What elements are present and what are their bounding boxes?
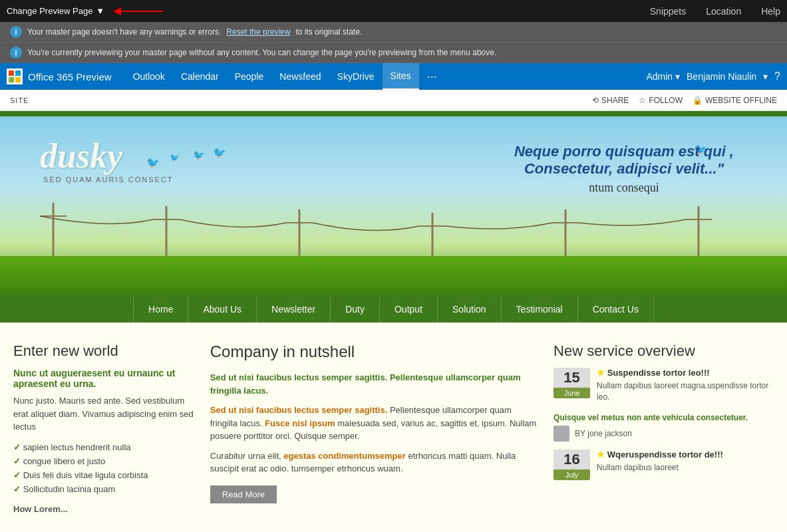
- nav-people[interactable]: People: [227, 63, 272, 90]
- news-content-1: ★ Suspendisse tortor leo!!! Nullam dapib…: [597, 368, 774, 403]
- checklist-item-2: congue libero et justo: [13, 454, 197, 468]
- para3-start: Curabitur urna elit,: [210, 451, 281, 461]
- checklist: sapien lectus hendrerit nulla congue lib…: [13, 440, 197, 496]
- o365-logo-text: Office 365 Preview: [28, 71, 112, 82]
- site-bar-right: ⟲ SHARE ☆ FOLLOW 🔒 WEBSITE OFFLINE: [592, 96, 777, 105]
- news-text-1: Nullam dapibus laoreet magna.uspendisse …: [597, 380, 774, 403]
- quote-line2: Consectetur, adipisci velit...": [514, 160, 734, 178]
- svg-rect-4: [9, 77, 14, 82]
- nav-calendar[interactable]: Calendar: [173, 63, 227, 90]
- news-title-2: ★ Wqeruspendisse tortor de!!!: [597, 450, 774, 460]
- nav-output[interactable]: Output: [380, 296, 438, 323]
- top-bar-right: Snippets Location Help: [650, 6, 780, 17]
- change-preview-button[interactable]: Change Preview Page ▼: [7, 6, 104, 16]
- news-item-1: 15 June ★ Suspendisse tortor leo!!! Null…: [553, 368, 774, 403]
- nav-skydrive[interactable]: SkyDrive: [329, 63, 383, 90]
- o365-navbar: Office 365 Preview Outlook Calendar Peop…: [0, 63, 787, 90]
- top-bar: Change Preview Page ▼ Snippets Location …: [0, 0, 787, 22]
- nav-testimonial[interactable]: Testimonial: [502, 296, 578, 323]
- left-col-title: Enter new world: [13, 342, 197, 360]
- left-col-body: Nunc justo. Mauris sed ante. Sed vestibu…: [13, 394, 197, 434]
- svg-marker-1: [113, 7, 121, 15]
- mid-col-title: Company in nutshell: [210, 342, 540, 361]
- grass: [0, 256, 787, 296]
- hero-logo: dusky SED QUAM AURIS CONSECT: [40, 136, 174, 184]
- nav-duty[interactable]: Duty: [331, 296, 380, 323]
- svg-rect-5: [15, 77, 21, 82]
- mid-col-para1: Sed ut nisi faucibus lectus semper sagit…: [210, 371, 540, 397]
- brand-name: dusky: [40, 136, 174, 176]
- quote-signature: ntum consequi: [514, 181, 734, 195]
- hero-banner: 🐦 🐦 🐦 🐦 🐦 dusky SED QUAM AURIS CONSECT N…: [0, 116, 787, 296]
- day-2: 16: [553, 450, 590, 469]
- green-accent-bar: [0, 111, 787, 116]
- month-1: June: [553, 388, 590, 398]
- nav-about-us[interactable]: About Us: [188, 296, 257, 323]
- admin-dropdown[interactable]: Admin ▾: [646, 71, 680, 82]
- help-button[interactable]: ?: [774, 70, 780, 82]
- para2-highlight: Fusce nisl ipsum: [265, 418, 335, 428]
- nav-more[interactable]: ···: [419, 63, 445, 90]
- service-text: Quisque vel metus non ante vehicula cons…: [553, 413, 774, 422]
- powerlines-svg: [0, 196, 787, 263]
- date-badge-2: 16 July: [553, 450, 590, 480]
- site-label: SITE: [10, 96, 29, 104]
- info-bar-2: i You're currently previewing your maste…: [0, 43, 787, 63]
- left-column: Enter new world Nunc ut augueraesent eu …: [13, 342, 197, 522]
- info-text-1b: to its original state.: [295, 27, 362, 37]
- mid-column: Company in nutshell Sed ut nisi faucibus…: [210, 342, 540, 522]
- author-row: BY jone jackson: [553, 426, 774, 442]
- para1-bold: Sed ut nisi faucibus lectus semper sagit…: [210, 372, 521, 396]
- nav-home[interactable]: Home: [133, 296, 188, 323]
- quote-line1: Neque porro quisquam est qui ,: [514, 143, 734, 160]
- o365-nav-right: Admin ▾ Benjamin Niaulin ▾ ?: [646, 70, 780, 82]
- mid-col-para3: Curabitur urna elit, egestas condimentum…: [210, 450, 540, 475]
- right-col-title: New service overview: [553, 342, 774, 360]
- info-icon-2: i: [10, 47, 22, 59]
- svg-rect-2: [9, 70, 14, 76]
- o365-logo: Office 365 Preview: [7, 68, 112, 84]
- nav-newsfeed[interactable]: Newsfeed: [271, 63, 329, 90]
- help-link[interactable]: Help: [761, 6, 780, 17]
- info-text-2: You're currently previewing your master …: [27, 48, 496, 57]
- user-name[interactable]: Benjamin Niaulin: [687, 71, 756, 82]
- para2-start: Sed ut nisi faucibus lectus semper sagit…: [210, 405, 388, 415]
- info-icon-1: i: [10, 26, 22, 38]
- share-button[interactable]: ⟲ SHARE: [592, 96, 629, 105]
- nav-sites[interactable]: Sites: [383, 63, 419, 90]
- o365-logo-icon: [7, 68, 23, 84]
- news-content-2: ★ Wqeruspendisse tortor de!!! Nullam dap…: [597, 450, 774, 473]
- nav-solution[interactable]: Solution: [438, 296, 502, 323]
- read-more-button[interactable]: Read More: [210, 485, 277, 503]
- office-logo-svg: [8, 70, 21, 83]
- snippets-link[interactable]: Snippets: [650, 6, 686, 17]
- author-avatar: [553, 426, 569, 442]
- brand-sub: SED QUAM AURIS CONSECT: [43, 176, 174, 184]
- lock-icon: 🔒: [693, 96, 703, 105]
- left-col-highlight: Nunc ut augueraesent eu urnaunc ut aprae…: [13, 368, 197, 389]
- star-icon-1: ★: [597, 368, 605, 378]
- green-nav: Home About Us Newsletter Duty Output Sol…: [0, 296, 787, 323]
- follow-button[interactable]: ☆ FOLLOW: [639, 96, 683, 105]
- nav-newsletter[interactable]: Newsletter: [257, 296, 331, 323]
- bird-3: 🐦: [193, 150, 204, 160]
- o365-nav-links: Outlook Calendar People Newsfeed SkyDriv…: [125, 63, 647, 90]
- star-icon-2: ★: [597, 450, 605, 460]
- site-bar: SITE ⟲ SHARE ☆ FOLLOW 🔒 WEBSITE OFFLINE: [0, 90, 787, 111]
- mid-col-para2: Sed ut nisi faucibus lectus semper sagit…: [210, 404, 540, 443]
- powerlines: [0, 196, 787, 263]
- checklist-item-3: Duis feli duis vitae ligula corbista: [13, 468, 197, 482]
- nav-contact-us[interactable]: Contact Us: [578, 296, 654, 323]
- change-preview-label: Change Preview Page: [7, 6, 92, 16]
- info-text-1: Your master page doesn't have any warnin…: [27, 27, 221, 37]
- reset-preview-link[interactable]: Reset the preview: [226, 27, 290, 37]
- location-link[interactable]: Location: [706, 6, 741, 17]
- user-dropdown-arrow[interactable]: ▾: [763, 71, 768, 82]
- nav-outlook[interactable]: Outlook: [125, 63, 173, 90]
- info-bar-1: i Your master page doesn't have any warn…: [0, 22, 787, 43]
- star-icon: ☆: [639, 96, 646, 105]
- svg-rect-3: [15, 70, 21, 76]
- annotation-arrow: [113, 4, 173, 19]
- date-badge-1: 15 June: [553, 368, 590, 398]
- content-area: Enter new world Nunc ut augueraesent eu …: [0, 323, 787, 532]
